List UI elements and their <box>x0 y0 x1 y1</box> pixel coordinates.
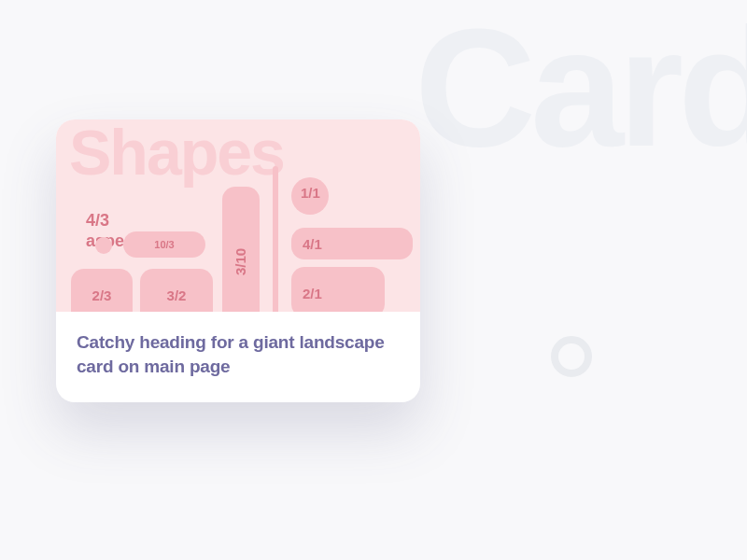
shape-3-2: 3/2 <box>140 269 213 312</box>
card-body: Catchy heading for a giant landscape car… <box>56 312 420 402</box>
shape-1-1-label: 1/1 <box>301 185 320 201</box>
shape-dot <box>95 237 112 254</box>
shape-4-1: 4/1 <box>291 228 413 259</box>
shape-10-3: 10/3 <box>123 231 205 258</box>
shape-3-10: 3/10 <box>222 187 260 312</box>
shape-2-1: 2/1 <box>291 267 385 312</box>
card-heading: Catchy heading for a giant landscape car… <box>77 330 400 378</box>
shape-vertical-separator <box>273 166 278 312</box>
landscape-card[interactable]: Shapes 4/3 aspect ratio 10/3 2/3 3/2 3/1… <box>56 119 420 402</box>
circle-decoration <box>551 336 592 377</box>
shape-2-3: 2/3 <box>71 269 133 312</box>
card-media: Shapes 4/3 aspect ratio 10/3 2/3 3/2 3/1… <box>56 119 420 312</box>
media-title: Shapes <box>69 119 284 189</box>
background-decorative-text: Card <box>415 0 747 184</box>
